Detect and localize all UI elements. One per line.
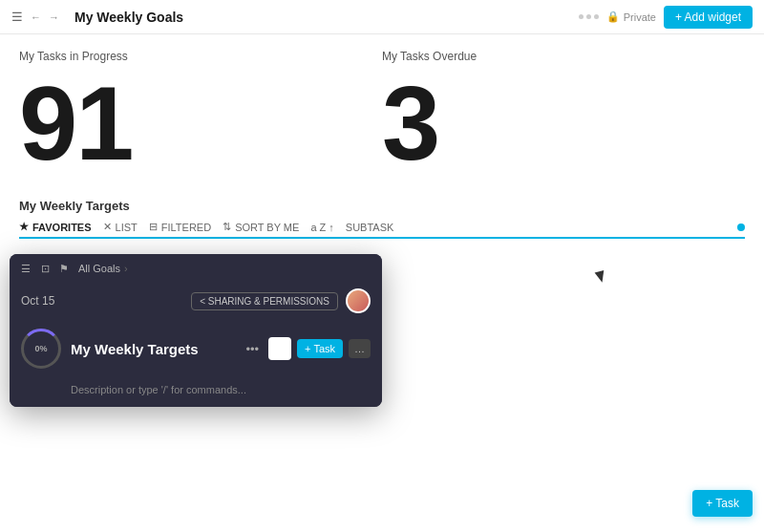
- filter-az[interactable]: a Z ↑: [310, 222, 333, 233]
- private-label[interactable]: 🔒 Private: [606, 11, 656, 23]
- filter-sort[interactable]: ⇅ SORT BY ME: [223, 221, 299, 233]
- overlay-icons: ☰ ⊡ ⚑: [19, 262, 71, 275]
- filter-active-dot: [737, 223, 745, 231]
- bottom-add-task-button[interactable]: + Task: [692, 490, 753, 517]
- add-task-button[interactable]: + Task: [297, 339, 343, 358]
- overdue-label: My Tasks Overdue: [382, 50, 745, 63]
- stats-row: My Tasks in Progress 91 My Tasks Overdue…: [19, 50, 745, 176]
- sort-icon: ⇅: [223, 221, 231, 233]
- overlay-menu-icon[interactable]: ☰: [19, 262, 32, 275]
- overlay-task-row: 0% My Weekly Targets ••• + Task …: [10, 319, 382, 378]
- star-icon: ★: [19, 221, 29, 233]
- overdue-value: 3: [382, 71, 745, 176]
- topbar-left: ☰ ← → My Weekly Goals: [11, 10, 183, 25]
- in-progress-label: My Tasks in Progress: [19, 50, 382, 63]
- filter-icon: ⊟: [149, 221, 158, 233]
- weekly-targets-title: My Weekly Targets: [19, 199, 745, 213]
- overlay-home-icon[interactable]: ⊡: [38, 262, 52, 275]
- in-progress-value: 91: [19, 71, 382, 176]
- lock-icon: 🔒: [606, 11, 620, 23]
- avatar: [346, 288, 371, 313]
- topbar: ☰ ← → My Weekly Goals 🔒 Private + Add wi…: [0, 0, 764, 34]
- back-icon[interactable]: ←: [31, 11, 41, 23]
- overlay-date: Oct 15: [21, 294, 54, 308]
- white-box[interactable]: [268, 337, 291, 360]
- filter-bar: ★ FAVORITES ✕ LIST ⊟ FILTERED ⇅ SORT BY …: [19, 221, 745, 239]
- x-icon: ✕: [103, 221, 112, 233]
- add-widget-button[interactable]: + Add widget: [664, 6, 753, 29]
- breadcrumb[interactable]: All Goals ›: [78, 263, 128, 274]
- filter-list[interactable]: ✕ LIST: [103, 221, 138, 233]
- page-title: My Weekly Goals: [74, 10, 183, 25]
- more-button[interactable]: …: [349, 339, 371, 358]
- cursor: [596, 271, 605, 285]
- dots-icon: [579, 14, 599, 19]
- overlay-panel: ☰ ⊡ ⚑ All Goals › Oct 15 < SHARING & PER…: [10, 254, 382, 407]
- progress-circle: 0%: [21, 329, 61, 369]
- task-title: My Weekly Targets: [71, 341, 236, 357]
- overlay-date-row: Oct 15 < SHARING & PERMISSIONS: [10, 283, 382, 319]
- in-progress-stat: My Tasks in Progress 91: [19, 50, 382, 176]
- hamburger-icon[interactable]: ☰: [11, 10, 23, 24]
- filter-filtered[interactable]: ⊟ FILTERED: [149, 221, 211, 233]
- overlay-description[interactable]: Description or type '/' for commands...: [10, 378, 382, 407]
- overdue-stat: My Tasks Overdue 3: [382, 50, 745, 176]
- task-actions: + Task …: [268, 337, 371, 360]
- filter-favorites[interactable]: ★ FAVORITES: [19, 221, 92, 233]
- forward-icon[interactable]: →: [49, 11, 59, 23]
- task-menu-icon[interactable]: •••: [245, 342, 259, 356]
- overlay-flag-icon[interactable]: ⚑: [57, 262, 71, 275]
- overlay-topbar: ☰ ⊡ ⚑ All Goals ›: [10, 254, 382, 283]
- progress-label: 0%: [34, 344, 47, 353]
- filter-subtask[interactable]: SUBTASK: [346, 222, 394, 233]
- main-content: My Tasks in Progress 91 My Tasks Overdue…: [0, 34, 764, 254]
- topbar-right: 🔒 Private + Add widget: [579, 6, 753, 29]
- sharing-permissions-button[interactable]: < SHARING & PERMISSIONS: [191, 292, 338, 310]
